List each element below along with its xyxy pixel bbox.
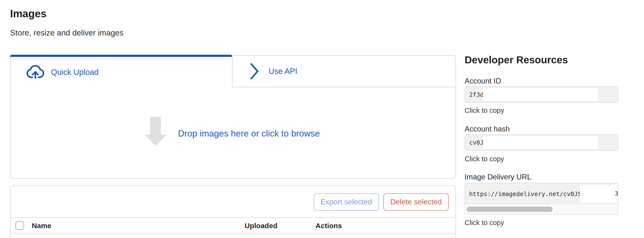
- account-id-label: Account ID: [464, 77, 501, 85]
- click-to-copy-hint: Click to copy: [464, 155, 504, 163]
- tab-quick-upload[interactable]: Quick Upload: [10, 57, 232, 87]
- image-delivery-url-field[interactable]: https://imagedelivery.net/cv0JSj 3: [464, 183, 618, 215]
- chevron-right-icon: [250, 62, 259, 80]
- column-header-name: Name: [32, 222, 52, 230]
- redaction-overlay: [483, 88, 598, 101]
- account-id-field[interactable]: 2f3d: [464, 86, 618, 103]
- export-selected-button[interactable]: Export selected: [314, 193, 379, 211]
- account-hash-label: Account hash: [464, 125, 510, 133]
- delete-selected-button[interactable]: Delete selected: [383, 193, 449, 211]
- account-id-value: 2f3d: [469, 91, 484, 98]
- account-hash-value: cv0J: [469, 139, 484, 146]
- cloud-upload-icon: [26, 65, 44, 80]
- tab-use-api[interactable]: Use API: [232, 55, 456, 87]
- url-character-fragment: 3: [615, 190, 618, 197]
- active-tab-indicator: [10, 55, 232, 57]
- dropzone-label: Drop images here or click to browse: [178, 128, 320, 139]
- dropzone[interactable]: Drop images here or click to browse: [10, 87, 456, 179]
- horizontal-scrollbar-thumb[interactable]: [466, 207, 552, 212]
- table-header-row: Name Uploaded Actions: [10, 218, 456, 234]
- image-delivery-url-value: https://imagedelivery.net/cv0JSj: [469, 191, 585, 197]
- images-table-card: Export selected Delete selected Name Upl…: [10, 185, 456, 238]
- tab-label-quick-upload: Quick Upload: [51, 68, 98, 77]
- column-header-uploaded: Uploaded: [244, 222, 278, 230]
- url-text-row: https://imagedelivery.net/cv0JSj 3: [465, 183, 618, 204]
- redaction-overlay: [483, 136, 598, 149]
- account-hash-field[interactable]: cv0J: [464, 134, 618, 151]
- table-toolbar: Export selected Delete selected: [10, 186, 456, 218]
- sidebar-title: Developer Resources: [464, 54, 568, 66]
- click-to-copy-hint: Click to copy: [464, 107, 504, 115]
- page-title: Images: [10, 8, 47, 20]
- horizontal-scrollbar-track: [465, 204, 618, 214]
- column-header-actions: Actions: [316, 222, 342, 230]
- redaction-overlay: 3: [580, 185, 618, 203]
- tab-label-use-api: Use API: [268, 67, 297, 76]
- page-subtitle: Store, resize and deliver images: [10, 28, 123, 37]
- select-all-checkbox[interactable]: [16, 221, 24, 230]
- click-to-copy-hint: Click to copy: [464, 219, 504, 227]
- image-delivery-url-label: Image Delivery URL: [464, 173, 531, 181]
